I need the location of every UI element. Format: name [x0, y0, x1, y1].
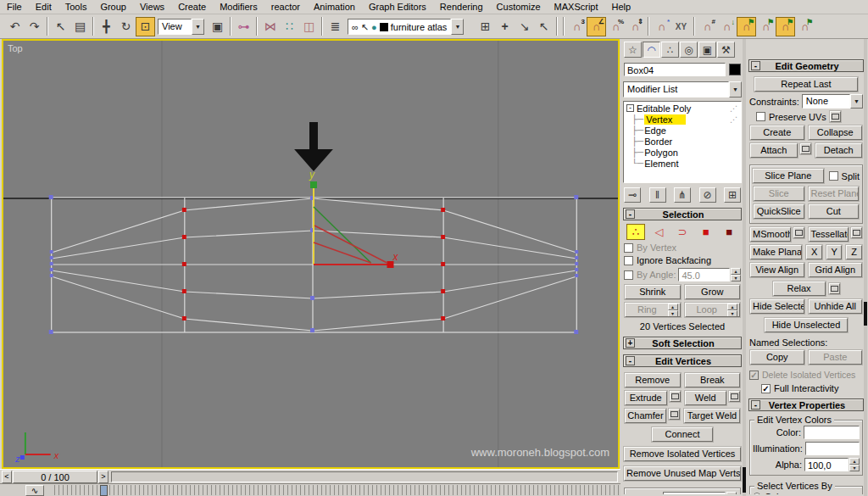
select-object-button[interactable]: ↖	[51, 17, 70, 36]
stack-row-edge[interactable]: ├─ Edge	[624, 125, 741, 136]
remove-button[interactable]: Remove	[625, 373, 681, 387]
collapse-button[interactable]: Collapse	[809, 125, 863, 140]
tab-motion[interactable]: ◎	[680, 42, 698, 58]
create-button[interactable]: Create	[750, 125, 804, 140]
constraints-dropdown[interactable]: None ▼	[802, 94, 863, 109]
menu-animation[interactable]: Animation	[307, 1, 362, 13]
slice-button[interactable]: Slice	[754, 187, 804, 201]
open-mini-curve-editor-button[interactable]: ∿	[25, 485, 44, 496]
redo-button[interactable]: ↷	[25, 17, 44, 36]
array-button[interactable]: ∷	[280, 17, 299, 36]
grow-button[interactable]: Grow	[685, 285, 741, 299]
add-selection-to-layer-button[interactable]: +	[495, 17, 515, 36]
axis-constraint-xy-button[interactable]: XY	[671, 17, 691, 36]
snap-vertex-button[interactable]: ∩⚑	[737, 17, 756, 36]
preserve-uvs-settings-button[interactable]	[830, 111, 841, 122]
attach-button[interactable]: Attach	[750, 143, 798, 158]
current-frame-marker[interactable]	[100, 485, 108, 496]
viewport-canvas[interactable]: y x x z	[3, 41, 618, 467]
select-rotate-button[interactable]: ↻	[116, 17, 136, 36]
viewport-label[interactable]: Top	[8, 43, 23, 53]
previous-frame-button[interactable]: <	[2, 471, 12, 483]
next-frame-button[interactable]: >	[98, 471, 108, 483]
menu-file[interactable]: File	[0, 1, 29, 13]
spin-down-icon[interactable]: ▾	[731, 275, 741, 281]
grid-align-button[interactable]: Grid Align	[809, 263, 863, 277]
soft-selection-rollout-header[interactable]: + Soft Selection	[623, 337, 742, 349]
detach-button[interactable]: Detach	[815, 143, 863, 158]
target-weld-button[interactable]: Target Weld	[684, 409, 740, 423]
reset-plane-button[interactable]: Reset Plane	[809, 187, 860, 201]
select-by-color-radio[interactable]	[753, 493, 761, 494]
make-planar-x-button[interactable]: X	[806, 245, 822, 259]
stack-row-vertex[interactable]: ├─ Vertex ⋰	[624, 114, 741, 125]
snap-grid-points-button[interactable]: ∩#	[698, 17, 717, 36]
ring-button[interactable]: Ring▴▾	[625, 303, 681, 317]
ignore-backfacing-checkbox[interactable]	[624, 256, 633, 265]
scrollbar-thumb[interactable]	[743, 467, 746, 493]
make-planar-z-button[interactable]: Z	[846, 245, 862, 259]
snap-face-button[interactable]: ∩⚑	[795, 17, 815, 36]
track-bar[interactable]: ∿	[0, 483, 620, 496]
selection-rollout-header[interactable]: - Selection	[623, 208, 742, 220]
menu-help[interactable]: Help	[605, 1, 638, 13]
spin-up-icon[interactable]: ▴	[849, 458, 860, 465]
select-objects-in-layer-button[interactable]: ↘	[515, 17, 534, 36]
msmooth-settings-button[interactable]	[793, 227, 804, 238]
paste-named-selection-button[interactable]: Paste	[809, 350, 863, 365]
repeat-last-button[interactable]: Repeat Last	[754, 77, 858, 92]
split-checkbox[interactable]	[829, 171, 838, 181]
configure-modifier-sets-button[interactable]: ⊞	[724, 187, 741, 203]
select-move-button[interactable]: ╋	[97, 17, 116, 36]
cut-button[interactable]: Cut	[809, 204, 860, 219]
scale-gizmo[interactable]: y x	[309, 169, 398, 268]
angle-snap-toggle-button[interactable]: ∩∠	[587, 17, 606, 36]
object-color-swatch[interactable]	[729, 64, 741, 75]
spin-down-icon[interactable]: ▾	[849, 465, 860, 471]
menu-create[interactable]: Create	[171, 1, 213, 13]
preserve-uvs-checkbox[interactable]	[756, 112, 765, 121]
extrude-button[interactable]: Extrude	[625, 391, 667, 405]
break-button[interactable]: Break	[685, 373, 741, 387]
pin-stack-button[interactable]: ⊸	[624, 187, 641, 203]
stack-row-border[interactable]: ├─ Border	[624, 136, 741, 147]
show-end-result-button[interactable]: ‖	[649, 187, 666, 203]
tab-utilities[interactable]: ⚒	[717, 42, 735, 58]
relax-button[interactable]: Relax	[773, 281, 826, 296]
tab-hierarchy[interactable]: ∴	[661, 42, 679, 58]
gizmo-plane-handle[interactable]	[314, 226, 387, 263]
gizmo-y-handle[interactable]	[310, 181, 317, 188]
tab-display[interactable]: ▣	[698, 42, 716, 58]
remove-modifier-button[interactable]: ⊘	[699, 187, 716, 203]
modifier-stack[interactable]: - Editable Poly ⋰ ├─ Vertex ⋰ ├─ Edge ├─…	[623, 101, 742, 183]
loop-spinner[interactable]: ▴▾	[727, 304, 737, 315]
spin-down-icon[interactable]: ▾	[727, 310, 737, 317]
alpha-field[interactable]: 100,0	[804, 458, 849, 471]
top-viewport[interactable]: y x x z Top www.moroneh.blogspot.com	[2, 39, 620, 469]
make-planar-y-button[interactable]: Y	[826, 245, 843, 259]
create-new-layer-button[interactable]: ⊞	[476, 17, 495, 36]
by-angle-spinner[interactable]: ▴▾	[731, 268, 741, 281]
menu-graph-editors[interactable]: Graph Editors	[362, 1, 433, 13]
alpha-spinner[interactable]: ▴▾	[849, 458, 860, 471]
chamfer-settings-button[interactable]	[669, 409, 680, 420]
mirror-button[interactable]: ⋈	[260, 17, 280, 36]
gizmo-plane-handle[interactable]	[314, 207, 371, 263]
layer-manager-button[interactable]: ≣	[326, 17, 345, 36]
weight-field[interactable]: 1,0	[663, 492, 726, 494]
make-planar-button[interactable]: Make Planar	[750, 245, 802, 259]
edge-subobject-button[interactable]: ◁	[649, 224, 668, 240]
relax-settings-button[interactable]	[829, 283, 840, 294]
remove-isolated-vertices-button[interactable]: Remove Isolated Vertices	[624, 447, 741, 461]
time-slider-track[interactable]	[111, 471, 618, 482]
snap-endpoint-button[interactable]: ∩⚑	[756, 17, 776, 36]
element-subobject-button[interactable]: ■	[720, 224, 738, 240]
time-slider-handle[interactable]: 0 / 100	[13, 471, 97, 483]
object-name-field[interactable]: Box04	[624, 63, 726, 76]
menu-tools[interactable]: Tools	[58, 1, 94, 13]
left-column-scrollbar[interactable]	[743, 39, 746, 496]
select-by-name-button[interactable]: ▤	[70, 17, 90, 36]
right-column-scrollbar[interactable]	[864, 39, 867, 496]
snap-toggle-button[interactable]: ∩3	[567, 17, 587, 36]
edit-geometry-rollout-header[interactable]: - Edit Geometry	[748, 59, 864, 72]
